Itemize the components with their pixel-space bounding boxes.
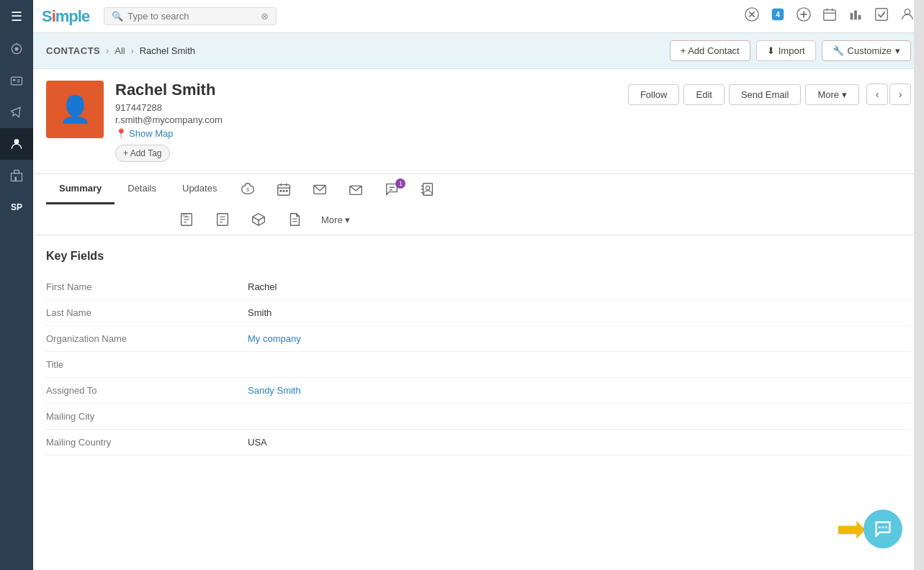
svg-point-39 [426, 186, 431, 190]
svg-point-56 [882, 526, 884, 528]
chat-bubble-button[interactable] [864, 510, 902, 548]
more-chevron-icon: ▾ [842, 89, 847, 100]
contact-header: 👤 Rachel Smith 917447288 r.smith@mycompa… [33, 69, 924, 174]
follow-button[interactable]: Follow [628, 84, 680, 105]
field-label-title: Title [46, 359, 248, 370]
search-clear-icon[interactable]: ⊗ [261, 11, 269, 22]
svg-rect-7 [14, 171, 19, 173]
field-value-organization[interactable]: My company [248, 333, 911, 344]
main-area: Simple 🔍 ⊗ 4 [33, 0, 924, 570]
field-label-mailing-city: Mailing City [46, 411, 248, 422]
breadcrumb-sep1: › [106, 46, 109, 56]
chat-arrow-icon: ➡ [836, 511, 866, 547]
wrench-icon: 🔧 [833, 45, 844, 56]
tab-more-button[interactable]: More ▾ [313, 207, 359, 232]
search-box: 🔍 ⊗ [104, 7, 277, 25]
send-email-button[interactable]: Send Email [729, 84, 801, 105]
nav-person[interactable] [0, 128, 33, 160]
nav-companies[interactable] [0, 160, 33, 191]
nav-arrows: ‹ › [866, 83, 911, 105]
top-icon-user[interactable] [900, 6, 915, 26]
top-icon-x[interactable] [744, 6, 760, 26]
svg-rect-32 [283, 190, 285, 192]
tab-icon-money-bag[interactable]: $ [230, 174, 266, 204]
breadcrumb-parent[interactable]: All [115, 45, 125, 56]
svg-rect-38 [423, 184, 433, 196]
tab-icon-address-book[interactable] [410, 174, 446, 204]
app-logo: Simple [42, 7, 89, 26]
contact-actions: Follow Edit Send Email More ▾ ‹ › [628, 83, 911, 105]
tab-icon-email-closed[interactable] [338, 174, 374, 204]
nav-contacts[interactable] [0, 65, 33, 96]
tab-icon-box[interactable] [241, 204, 277, 235]
search-input[interactable] [127, 11, 256, 22]
breadcrumb-section: CONTACTS [46, 45, 100, 56]
field-label-first-name: First Name [46, 281, 248, 292]
svg-rect-21 [851, 13, 853, 19]
field-value-title [248, 359, 911, 370]
tab-icon-calendar[interactable] [266, 174, 302, 204]
nav-campaigns[interactable] [0, 96, 33, 128]
tab-details[interactable]: Details [115, 174, 169, 204]
field-organization: Organization Name My company [46, 326, 911, 352]
nav-home[interactable] [0, 33, 33, 65]
field-value-last-name: Smith [248, 307, 911, 318]
contact-right-section: Follow Edit Send Email More ▾ ‹ › [628, 81, 911, 105]
top-icon-calendar[interactable] [822, 6, 838, 26]
svg-rect-31 [280, 190, 282, 192]
map-pin-icon: 📍 [115, 128, 127, 139]
more-dropdown-icon: ▾ [345, 214, 350, 225]
field-value-first-name: Rachel [248, 281, 911, 292]
tab-updates[interactable]: Updates [169, 174, 230, 204]
customize-chevron-icon: ▾ [895, 45, 900, 56]
svg-rect-17 [824, 10, 836, 21]
svg-point-25 [905, 9, 910, 14]
contact-name: Rachel Smith [115, 81, 616, 99]
field-mailing-country: Mailing Country USA [46, 430, 911, 456]
show-map-link[interactable]: 📍 Show Map [115, 128, 616, 139]
field-label-mailing-country: Mailing Country [46, 437, 248, 448]
tab-icon-purchase-order[interactable]: PO [169, 204, 205, 235]
field-value-assigned-to[interactable]: Sandy Smith [248, 385, 911, 396]
more-button[interactable]: More ▾ [805, 84, 859, 105]
contact-avatar: 👤 [46, 81, 104, 138]
hamburger-menu[interactable]: ☰ [0, 0, 33, 33]
breadcrumb-current: Rachel Smith [140, 45, 195, 56]
top-icon-chart[interactable] [848, 6, 864, 26]
customize-button[interactable]: 🔧 Customize ▾ [822, 40, 911, 61]
import-button[interactable]: ⬇ Import [756, 40, 816, 61]
prev-contact-button[interactable]: ‹ [866, 83, 888, 105]
top-icons: 4 [744, 6, 915, 26]
svg-point-4 [13, 79, 15, 81]
nav-sp[interactable]: SP [0, 191, 33, 223]
contact-info: Rachel Smith 917447288 r.smith@mycompany… [115, 81, 616, 162]
svg-rect-3 [12, 77, 22, 85]
edit-button[interactable]: Edit [683, 84, 724, 105]
contact-phone: 917447288 [115, 102, 616, 113]
import-icon: ⬇ [767, 45, 775, 56]
breadcrumb-sep2: › [131, 46, 134, 56]
key-fields-title: Key Fields [46, 250, 911, 263]
tabs-row2: PO More ▾ [46, 204, 911, 235]
add-contact-button[interactable]: + Add Contact [670, 40, 750, 61]
field-assigned-to: Assigned To Sandy Smith [46, 378, 911, 404]
tab-summary[interactable]: Summary [46, 174, 115, 204]
field-label-assigned-to: Assigned To [46, 385, 248, 396]
tab-icon-email-envelope[interactable] [302, 174, 338, 204]
next-contact-button[interactable]: › [889, 83, 911, 105]
add-tag-button[interactable]: + Add Tag [115, 145, 170, 162]
top-icon-check[interactable] [874, 6, 889, 26]
field-mailing-city: Mailing City [46, 404, 911, 430]
scrollbar[interactable] [914, 0, 924, 570]
svg-text:4: 4 [776, 11, 780, 19]
top-icon-plus[interactable] [796, 6, 812, 26]
field-label-organization: Organization Name [46, 333, 248, 344]
chat-widget: ➡ [836, 510, 902, 548]
tab-icon-sales-order[interactable] [205, 204, 241, 235]
top-icon-badge[interactable]: 4 [770, 6, 786, 26]
field-label-last-name: Last Name [46, 307, 248, 318]
tab-icon-chat[interactable]: 1 [374, 174, 410, 204]
contact-email: r.smith@mycompany.com [115, 114, 616, 125]
tab-icon-document[interactable] [277, 204, 313, 235]
svg-point-55 [879, 526, 881, 528]
